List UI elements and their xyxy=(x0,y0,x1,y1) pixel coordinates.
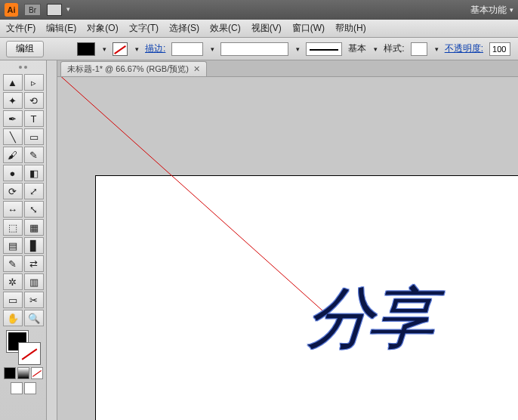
symbol-sprayer-tool[interactable]: ✲ xyxy=(3,273,23,290)
panel-grip-icon[interactable] xyxy=(2,63,45,71)
profile-dropdown-icon[interactable]: ▾ xyxy=(296,45,300,53)
menu-file[interactable]: 文件(F) xyxy=(6,22,35,35)
direct-selection-tool[interactable]: ▹ xyxy=(24,74,44,91)
mesh-tool[interactable]: ▤ xyxy=(3,237,23,254)
scale-tool[interactable]: ⤢ xyxy=(24,183,44,199)
graphic-style-well[interactable] xyxy=(411,42,427,56)
style-label: 样式: xyxy=(384,42,404,55)
fill-color-well[interactable] xyxy=(77,42,95,56)
document-tab-title: 未标题-1* @ 66.67% (RGB/预览) xyxy=(67,63,189,75)
color-mode-icon[interactable] xyxy=(4,367,16,379)
artwork-text[interactable]: 分享 xyxy=(304,273,433,363)
shape-builder-tool[interactable]: ⬚ xyxy=(3,219,23,236)
free-transform-tool[interactable]: ⤡ xyxy=(24,201,44,218)
brush-definition[interactable] xyxy=(306,42,342,56)
collapsed-panel-dock[interactable] xyxy=(47,60,57,420)
opacity-input[interactable] xyxy=(489,42,510,56)
arrange-documents-button[interactable] xyxy=(47,4,62,16)
menu-window[interactable]: 窗口(W) xyxy=(292,22,325,35)
menu-bar: 文件(F) 编辑(E) 对象(O) 文字(T) 选择(S) 效果(C) 视图(V… xyxy=(0,20,518,38)
bridge-button[interactable]: Br xyxy=(24,4,41,16)
menu-view[interactable]: 视图(V) xyxy=(251,22,282,35)
blend-tool[interactable]: ⇄ xyxy=(24,255,44,272)
brush-dropdown-icon[interactable]: ▾ xyxy=(374,45,378,53)
title-bar: Ai Br 基本功能 xyxy=(0,0,518,20)
menu-select[interactable]: 选择(S) xyxy=(169,22,199,35)
gradient-tool[interactable]: ▊ xyxy=(24,237,44,254)
control-panel: 编组 ▾ ▾ 描边: ▾ ▾ 基本 ▾ 样式: ▾ 不透明度: xyxy=(0,38,518,60)
pencil-tool[interactable]: ✎ xyxy=(24,147,44,163)
artboard-tool[interactable]: ▭ xyxy=(3,292,23,308)
none-mode-icon[interactable] xyxy=(31,367,43,379)
brush-label: 基本 xyxy=(348,42,366,55)
edit-group-button[interactable]: 编组 xyxy=(6,41,44,57)
fill-dropdown-icon[interactable]: ▾ xyxy=(103,45,106,53)
stroke-swatch[interactable] xyxy=(19,343,40,364)
screen-mode-full-icon[interactable] xyxy=(24,382,36,394)
stroke-color-well[interactable] xyxy=(113,42,128,56)
menu-object[interactable]: 对象(O) xyxy=(87,22,118,35)
menu-edit[interactable]: 编辑(E) xyxy=(46,22,76,35)
eraser-tool[interactable]: ◧ xyxy=(24,165,44,181)
selection-tool[interactable]: ▲ xyxy=(3,74,23,91)
opacity-label-link[interactable]: 不透明度: xyxy=(445,42,483,55)
line-segment-tool[interactable]: ╲ xyxy=(3,128,23,145)
zoom-tool[interactable]: 🔍 xyxy=(24,310,44,326)
screen-mode-normal-icon[interactable] xyxy=(11,382,23,394)
menu-effect[interactable]: 效果(C) xyxy=(210,22,241,35)
paintbrush-tool[interactable]: 🖌 xyxy=(3,147,23,163)
menu-type[interactable]: 文字(T) xyxy=(129,22,159,35)
stroke-dropdown-icon[interactable]: ▾ xyxy=(135,45,139,53)
fill-stroke-swatches[interactable] xyxy=(7,331,40,364)
style-dropdown-icon[interactable]: ▾ xyxy=(435,45,439,53)
perspective-grid-tool[interactable]: ▦ xyxy=(24,219,44,236)
variable-width-profile[interactable] xyxy=(220,42,288,56)
rotate-tool[interactable]: ⟳ xyxy=(3,183,23,199)
document-area: 未标题-1* @ 66.67% (RGB/预览) ✕ 分享 xyxy=(57,60,518,420)
stroke-weight-input[interactable] xyxy=(171,42,203,56)
type-tool[interactable]: T xyxy=(24,110,44,127)
tab-close-icon[interactable]: ✕ xyxy=(193,64,200,74)
document-tab[interactable]: 未标题-1* @ 66.67% (RGB/预览) ✕ xyxy=(60,61,207,76)
column-graph-tool[interactable]: ▥ xyxy=(24,273,44,290)
tools-panel: ▲▹✦⟲✒T╲▭🖌✎●◧⟳⤢↔⤡⬚▦▤▊✎⇄✲▥▭✂✋🔍 xyxy=(0,60,47,420)
gradient-mode-icon[interactable] xyxy=(17,367,29,379)
menu-help[interactable]: 帮助(H) xyxy=(335,22,366,35)
stroke-label-link[interactable]: 描边: xyxy=(145,42,165,55)
lasso-tool[interactable]: ⟲ xyxy=(24,92,44,109)
rectangle-tool[interactable]: ▭ xyxy=(24,128,44,145)
document-tab-bar: 未标题-1* @ 66.67% (RGB/预览) ✕ xyxy=(57,60,518,77)
app-logo-icon: Ai xyxy=(5,3,18,17)
width-tool[interactable]: ↔ xyxy=(3,201,23,218)
workspace-switcher[interactable]: 基本功能 xyxy=(470,4,513,17)
eyedropper-tool[interactable]: ✎ xyxy=(3,255,23,272)
slice-tool[interactable]: ✂ xyxy=(24,292,44,308)
magic-wand-tool[interactable]: ✦ xyxy=(3,92,23,109)
artboard xyxy=(95,175,518,420)
blob-brush-tool[interactable]: ● xyxy=(3,165,23,181)
pen-tool[interactable]: ✒ xyxy=(3,110,23,127)
stroke-weight-dropdown-icon[interactable]: ▾ xyxy=(211,45,214,53)
hand-tool[interactable]: ✋ xyxy=(3,310,23,326)
canvas[interactable]: 分享 xyxy=(57,77,518,420)
